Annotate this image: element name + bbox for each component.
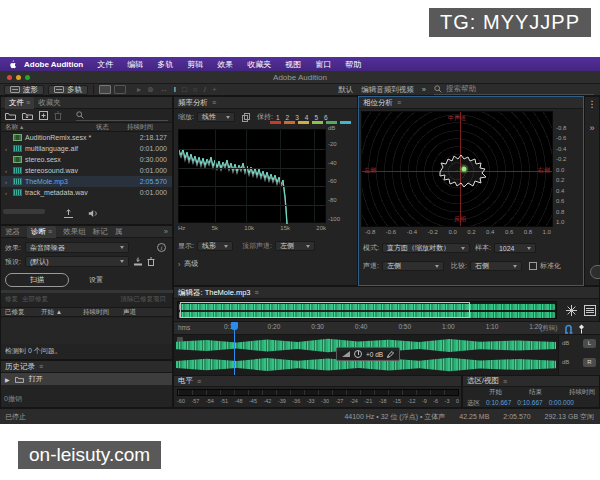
hold-number[interactable]: 4 [305,114,309,121]
file-row[interactable]: › stereosound.wav0:01.000 [1,165,172,176]
scan-button[interactable]: 扫描 [5,273,69,287]
clipped-toggle-button[interactable] [590,265,600,279]
tab-markers[interactable]: 标记 [93,227,108,237]
hold-number[interactable]: 2 [286,114,290,121]
expand-icon[interactable]: › [5,179,13,185]
hold-swatch-6[interactable] [340,121,351,124]
panel-menu-icon[interactable]: ≡ [197,378,201,385]
waveform-area[interactable]: +0 dB [174,335,558,376]
file-row[interactable]: › track_metadata.wav0:01.000 [1,187,172,198]
tab-overflow-chevrons[interactable]: » [164,227,168,236]
right-channel-button[interactable]: R [583,358,596,367]
hold-number[interactable]: 1 [276,114,280,121]
file-row[interactable]: stereo.sesx0:30.000 [1,154,172,165]
tab-favorites[interactable]: 收藏夹 [38,98,61,108]
panel-menu-icon[interactable]: ≡ [503,378,507,385]
workspace-default[interactable]: 默认 [338,85,353,95]
show-waveform-icon[interactable] [99,85,111,94]
panel-menu-icon[interactable]: ≡ [212,99,216,106]
level-meter[interactable] [177,389,459,396]
menu-clip[interactable]: 剪辑 [180,59,210,70]
apple-icon[interactable] [8,60,17,69]
col-name[interactable]: 名称 [1,123,18,132]
menubar-app-name[interactable]: Adobe Audition [17,60,90,69]
compare-dropdown[interactable]: 右侧 [470,261,522,271]
tab-diagnostics[interactable]: 诊断 ≡ [27,226,56,238]
volume-value[interactable]: +0 dB [366,351,383,358]
history-entry-open[interactable]: ▶ 打开 [1,373,172,385]
marquee-selection-tool-icon[interactable]: □ [182,85,187,94]
hold-number[interactable]: 5 [314,114,318,121]
workspace-edit-audio-video[interactable]: 编辑音频到视频 [361,85,414,95]
menu-view[interactable]: 视图 [278,59,308,70]
left-channel-button[interactable]: L [583,339,596,348]
new-item-icon[interactable] [39,111,48,120]
diagnostics-scrollbar[interactable] [1,290,174,293]
col-channel[interactable]: 声道 [123,308,136,317]
hold-swatch-2[interactable] [284,121,295,124]
hold-swatch-4[interactable] [312,121,323,124]
panel-menu-icon[interactable]: ≡ [48,228,52,235]
selection-duration[interactable]: 0:00.000 [549,399,574,408]
overview-strip[interactable] [177,301,557,319]
menu-edit[interactable]: 编辑 [120,59,150,70]
top-channel-dropdown[interactable]: 左侧 [275,241,315,251]
selection-row[interactable]: 选区 0:10.667 0:10.667 0:00.000 [463,397,599,408]
menu-favorites[interactable]: 收藏夹 [240,59,278,70]
spot-healing-tool-icon[interactable]: + [212,85,217,94]
selection-start[interactable]: 0:10.667 [486,399,511,408]
col-repaired[interactable]: 已修复 [1,308,25,317]
time-selection-tool-icon[interactable]: I [174,85,176,94]
repair-all-button[interactable]: 全部修复 [22,295,48,304]
tab-effects-rack[interactable]: 效果组 [63,227,86,237]
marker-pin-icon[interactable] [578,324,585,334]
col-status[interactable]: 状态 [96,123,109,132]
import-file-icon[interactable] [22,112,33,120]
effect-dropdown[interactable]: 杂音降噪器 [25,242,129,253]
show-spectral-icon[interactable] [114,85,126,94]
volume-hud[interactable]: +0 dB [336,347,400,361]
delete-icon[interactable] [54,111,62,120]
panel-menu-icon[interactable]: ≡ [397,99,401,106]
channel-layout-icon[interactable] [584,305,596,316]
hold-number[interactable]: 3 [295,114,299,121]
open-file-icon[interactable] [5,112,16,120]
mode-dropdown[interactable]: 直方图（缩放对数） [382,243,470,253]
info-icon[interactable]: i [157,243,166,252]
file-row-selected[interactable]: › TheMole.mp32:05.570 [1,176,172,187]
menu-window[interactable]: 窗口 [308,59,338,70]
menu-file[interactable]: 文件 [90,59,120,70]
panel-menu-icon[interactable]: ≡ [39,363,43,370]
file-row[interactable]: AuditionRemix.sesx *2:18.127 [1,132,172,143]
paintbrush-tool-icon[interactable]: / [204,85,206,94]
clear-repaired-button[interactable]: 清除已修复项目 [121,295,169,304]
col-duration[interactable]: 持续时间 [127,123,153,132]
spot-toggle-icon[interactable] [566,305,577,316]
expand-icon[interactable]: › [5,190,13,196]
advanced-expand-icon[interactable]: › [178,261,180,268]
insert-into-multitrack-icon[interactable] [63,209,74,218]
hold-swatch-5[interactable] [326,121,337,124]
hold-swatch-1[interactable] [270,121,281,124]
workspace-overflow-chevrons[interactable]: » [422,85,426,94]
move-tool-icon[interactable]: ▸ [137,85,141,94]
panel-menu-icon[interactable]: ≡ [255,289,259,296]
scale-dropdown[interactable]: 线性 [197,112,235,122]
menu-effects[interactable]: 效果 [210,59,240,70]
hold-swatch-3[interactable] [298,121,309,124]
multitrack-view-button[interactable]: 多轨 [48,85,88,95]
display-dropdown[interactable]: 线形 [197,241,233,251]
slip-tool-icon[interactable]: ↔ [160,85,168,94]
menu-help[interactable]: 帮助 [338,59,368,70]
playhead[interactable] [234,322,235,376]
expand-icon[interactable]: › [5,168,13,174]
copy-snapshot-icon[interactable] [242,113,250,122]
help-search-field[interactable]: 搜索帮助 [434,85,594,95]
files-scrollbar[interactable] [3,209,45,214]
expand-icon[interactable]: › [5,146,13,152]
delete-preset-icon[interactable] [147,257,155,266]
normalize-checkbox[interactable] [529,262,537,270]
tab-media-browser[interactable]: 览器 [5,227,20,237]
save-preset-icon[interactable] [133,257,143,266]
preset-dropdown[interactable]: (默认) [25,256,129,267]
